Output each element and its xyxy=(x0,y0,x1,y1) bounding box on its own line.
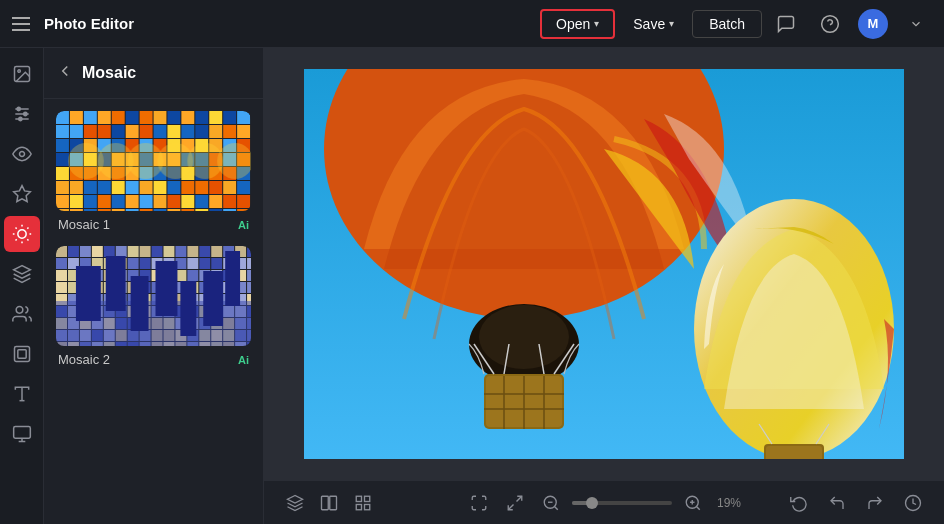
tool-image[interactable] xyxy=(4,56,40,92)
tool-text[interactable] xyxy=(4,376,40,412)
history-icon[interactable] xyxy=(898,488,928,518)
toolbar xyxy=(0,48,44,524)
panel-header: Mosaic xyxy=(44,48,263,99)
mosaic2-label: Mosaic 2 xyxy=(58,352,110,367)
zoom-slider[interactable] xyxy=(572,501,672,505)
svg-line-53 xyxy=(696,506,699,509)
svg-rect-43 xyxy=(356,496,361,501)
panel-content: Mosaic 1 Ai Mosaic 2 Ai xyxy=(44,99,263,381)
svg-point-7 xyxy=(17,107,20,110)
svg-rect-19 xyxy=(13,427,30,439)
svg-point-23 xyxy=(479,305,569,369)
svg-rect-37 xyxy=(766,446,822,459)
save-chevron-icon: ▾ xyxy=(669,18,674,29)
svg-line-50 xyxy=(554,506,557,509)
back-button[interactable] xyxy=(56,62,74,84)
undo-icon[interactable] xyxy=(822,488,852,518)
svg-rect-45 xyxy=(365,504,370,509)
batch-label: Batch xyxy=(709,16,745,32)
tool-portrait[interactable] xyxy=(4,296,40,332)
svg-rect-16 xyxy=(17,350,25,358)
svg-marker-40 xyxy=(288,495,303,503)
svg-rect-41 xyxy=(322,496,329,510)
svg-point-3 xyxy=(17,70,19,73)
tool-view[interactable] xyxy=(4,136,40,172)
expand-icon[interactable] xyxy=(900,8,932,40)
svg-marker-11 xyxy=(13,186,30,202)
batch-button[interactable]: Batch xyxy=(692,10,762,38)
mosaic1-label: Mosaic 1 xyxy=(58,217,110,232)
main: Mosaic Mosaic 1 Ai Mosaic 2 Ai xyxy=(0,48,944,524)
header-left: Photo Editor xyxy=(12,12,532,36)
bottom-left-tools xyxy=(280,488,378,518)
open-button[interactable]: Open ▾ xyxy=(540,9,615,39)
avatar[interactable]: M xyxy=(858,9,888,39)
layers-icon[interactable] xyxy=(280,488,310,518)
mosaic2-thumbnail xyxy=(56,246,251,346)
svg-line-47 xyxy=(517,496,522,501)
header-center: Open ▾ Save ▾ Batch xyxy=(540,9,762,39)
redo-icon[interactable] xyxy=(860,488,890,518)
fit-icon[interactable] xyxy=(500,488,530,518)
grid-icon[interactable] xyxy=(348,488,378,518)
svg-line-48 xyxy=(508,504,513,509)
header: Photo Editor Open ▾ Save ▾ Batch M xyxy=(0,0,944,48)
tool-adjustments[interactable] xyxy=(4,96,40,132)
fullscreen-icon[interactable] xyxy=(464,488,494,518)
svg-rect-15 xyxy=(14,347,29,362)
svg-rect-46 xyxy=(356,504,361,509)
mosaic1-thumbnail xyxy=(56,111,251,211)
svg-point-12 xyxy=(17,230,25,238)
list-item[interactable]: Mosaic 2 Ai xyxy=(56,246,251,369)
bottom-toolbar: 19% xyxy=(264,480,944,524)
header-right: M xyxy=(770,8,932,40)
panel-title: Mosaic xyxy=(82,64,136,82)
save-button[interactable]: Save ▾ xyxy=(619,11,688,37)
app-title: Photo Editor xyxy=(44,15,134,32)
help-icon[interactable] xyxy=(814,8,846,40)
image-container xyxy=(264,48,944,480)
save-label: Save xyxy=(633,16,665,32)
effects-panel: Mosaic Mosaic 1 Ai Mosaic 2 Ai xyxy=(44,48,264,524)
open-chevron-icon: ▾ xyxy=(594,18,599,29)
list-item[interactable]: Mosaic 1 Ai xyxy=(56,111,251,234)
chat-icon[interactable] xyxy=(770,8,802,40)
svg-rect-44 xyxy=(365,496,370,501)
zoom-level: 19% xyxy=(714,496,744,510)
mosaic2-ai-badge: Ai xyxy=(238,354,249,366)
canvas-area: 19% xyxy=(264,48,944,524)
tool-layers[interactable] xyxy=(4,256,40,292)
zoom-in-icon[interactable] xyxy=(678,488,708,518)
svg-point-10 xyxy=(19,152,24,157)
compare-icon[interactable] xyxy=(314,488,344,518)
mosaic1-ai-badge: Ai xyxy=(238,219,249,231)
tool-stickers[interactable] xyxy=(4,416,40,452)
svg-point-8 xyxy=(23,112,26,115)
svg-rect-42 xyxy=(330,496,337,510)
tool-effects[interactable] xyxy=(4,216,40,252)
menu-icon[interactable] xyxy=(12,12,36,36)
zoom-out-icon[interactable] xyxy=(536,488,566,518)
bottom-center-tools: 19% xyxy=(464,488,744,518)
bottom-right-tools xyxy=(784,488,928,518)
reset-icon[interactable] xyxy=(784,488,814,518)
tool-magic[interactable] xyxy=(4,176,40,212)
tool-frames[interactable] xyxy=(4,336,40,372)
svg-point-9 xyxy=(18,117,21,120)
open-label: Open xyxy=(556,16,590,32)
svg-point-0 xyxy=(822,15,839,32)
svg-point-14 xyxy=(16,307,23,314)
svg-marker-13 xyxy=(13,266,30,274)
photo-canvas xyxy=(304,69,904,459)
